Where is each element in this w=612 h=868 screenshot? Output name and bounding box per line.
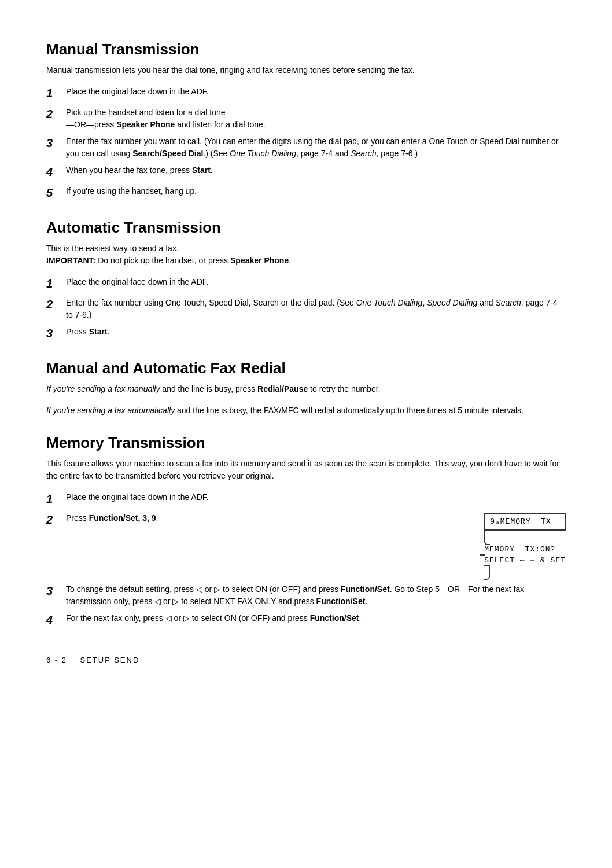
step-content: Pick up the handset and listen for a dia…	[66, 106, 566, 131]
lcd-line-2: SELECT ← → & SET	[484, 555, 566, 567]
list-item: 1 Place the original face down in the AD…	[46, 276, 566, 292]
step-number: 4	[46, 611, 62, 628]
intro-text: This is the easiest way to send a fax.	[46, 244, 179, 253]
step-number: 1	[46, 490, 62, 507]
step-content: When you hear the fax tone, press Start.	[66, 164, 566, 176]
automatic-transmission-title: Automatic Transmission	[46, 219, 566, 237]
step-content: Press Start.	[66, 326, 566, 338]
redial-para1: If you're sending a fax manually and the…	[46, 383, 566, 395]
memory-transmission-title: Memory Transmission	[46, 434, 566, 452]
step-content: Place the original face down in the ADF.	[66, 86, 566, 98]
step-number: 1	[46, 275, 62, 292]
list-item: 3 Enter the fax number you want to call.…	[46, 135, 566, 160]
list-item: 2 Press Function/Set, 3, 9. 9ₐMEMORY TX …	[46, 512, 566, 579]
lcd-top-line: 9ₐMEMORY TX	[484, 513, 566, 531]
step-number: 4	[46, 163, 62, 181]
step-number: 1	[46, 84, 62, 102]
step-content: Place the original face down in the ADF.	[66, 276, 566, 288]
lcd-display: 9ₐMEMORY TX MEMORY TX:ON? SELECT ← → & S…	[484, 513, 566, 579]
step-number: 5	[46, 184, 62, 201]
list-item: 2 Pick up the handset and listen for a d…	[46, 106, 566, 131]
list-item: 3 Press Start.	[46, 326, 566, 342]
page-footer: 6 - 2 SETUP SEND	[46, 652, 566, 664]
redial-title: Manual and Automatic Fax Redial	[46, 359, 566, 377]
memory-transmission-steps: 1 Place the original face down in the AD…	[46, 491, 566, 628]
memory-transmission-section: Memory Transmission This feature allows …	[46, 434, 566, 628]
list-item: 1 Place the original face down in the AD…	[46, 491, 566, 507]
manual-transmission-section: Manual Transmission Manual transmission …	[46, 41, 566, 201]
step-number: 3	[46, 325, 62, 342]
automatic-transmission-section: Automatic Transmission This is the easie…	[46, 219, 566, 342]
important-label: IMPORTANT:	[46, 256, 95, 265]
redial-para2: If you're sending a fax automatically an…	[46, 404, 566, 417]
important-text: Do not pick up the handset, or press Spe…	[98, 256, 291, 265]
step-number: 3	[46, 582, 62, 599]
step-number: 2	[46, 296, 62, 313]
step-number: 2	[46, 511, 62, 528]
list-item: 4 For the next fax only, press ◁ or ▷ to…	[46, 612, 566, 628]
list-item: 5 If you're using the handset, hang up.	[46, 185, 566, 201]
automatic-transmission-steps: 1 Place the original face down in the AD…	[46, 276, 566, 342]
step-content: Enter the fax number using One Touch, Sp…	[66, 297, 566, 321]
or-label: OR	[74, 120, 86, 129]
step-content: Place the original face down in the ADF.	[66, 491, 566, 503]
redial-section: Manual and Automatic Fax Redial If you'r…	[46, 359, 566, 417]
step-content: If you're using the handset, hang up.	[66, 185, 566, 197]
step-content: For the next fax only, press ◁ or ▷ to s…	[66, 612, 566, 624]
list-item: 4 When you hear the fax tone, press Star…	[46, 164, 566, 181]
step-number: 3	[46, 134, 62, 152]
list-item: 1 Place the original face down in the AD…	[46, 86, 566, 102]
section-label: SETUP SEND	[80, 656, 139, 664]
lcd-bottom-box: MEMORY TX:ON? SELECT ← → & SET	[484, 530, 566, 580]
manual-transmission-title: Manual Transmission	[46, 41, 566, 58]
automatic-transmission-intro: This is the easiest way to send a fax. I…	[46, 242, 566, 267]
memory-transmission-intro: This feature allows your machine to scan…	[46, 458, 566, 482]
step-content: Enter the fax number you want to call. (…	[66, 135, 566, 160]
manual-transmission-intro: Manual transmission lets you hear the di…	[46, 64, 566, 76]
step-content: To change the default setting, press ◁ o…	[66, 583, 566, 608]
list-item: 2 Enter the fax number using One Touch, …	[46, 297, 566, 321]
step-number: 2	[46, 105, 62, 123]
lcd-line-1: MEMORY TX:ON?	[484, 544, 566, 556]
manual-transmission-steps: 1 Place the original face down in the AD…	[46, 86, 566, 201]
step-content: Press Function/Set, 3, 9. 9ₐMEMORY TX ME…	[66, 512, 566, 579]
page-number: 6 - 2	[46, 656, 67, 664]
list-item: 3 To change the default setting, press ◁…	[46, 583, 566, 608]
